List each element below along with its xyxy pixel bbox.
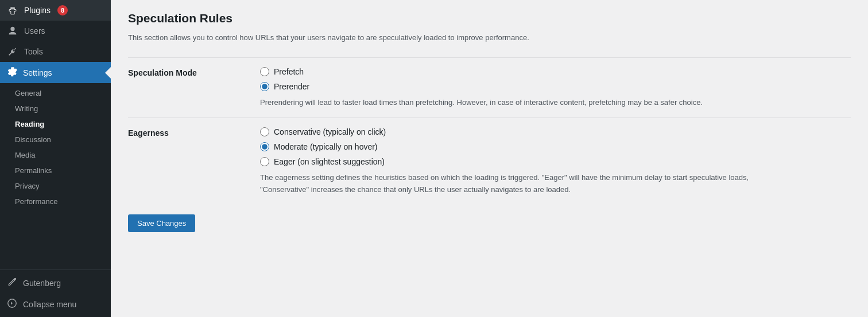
eager-label: Eager (on slightest suggestion) — [274, 157, 385, 166]
sidebar-item-tools-label: Tools — [24, 47, 43, 56]
eagerness-label: Eagerness — [128, 127, 260, 138]
prefetch-radio[interactable] — [260, 67, 269, 76]
sidebar-sub-discussion[interactable]: Discussion — [0, 132, 111, 147]
sidebar-item-plugins[interactable]: Plugins 8 — [0, 0, 111, 21]
sidebar: Plugins 8 Users Tools Settings General W… — [0, 0, 111, 317]
sidebar-bottom: Gutenberg Collapse menu — [0, 269, 111, 317]
sidebar-item-settings[interactable]: Settings — [0, 62, 111, 83]
sidebar-item-gutenberg-label: Gutenberg — [23, 279, 61, 288]
sidebar-sub-privacy[interactable]: Privacy — [0, 178, 111, 194]
user-icon — [7, 25, 18, 37]
sidebar-sub-reading[interactable]: Reading — [0, 116, 111, 132]
page-title: Speculation Rules — [128, 11, 851, 25]
conservative-option[interactable]: Conservative (typically on click) — [260, 127, 851, 136]
main-content: Speculation Rules This section allows yo… — [111, 0, 868, 317]
sidebar-item-plugins-label: Plugins — [24, 6, 51, 15]
sidebar-item-users-label: Users — [24, 26, 45, 36]
eager-option[interactable]: Eager (on slightest suggestion) — [260, 157, 851, 166]
tool-icon — [7, 46, 18, 57]
settings-icon — [7, 66, 17, 79]
eagerness-row: Eagerness Conservative (typically on cli… — [128, 118, 851, 205]
sidebar-sub-permalinks[interactable]: Permalinks — [0, 163, 111, 178]
speculation-mode-label: Speculation Mode — [128, 67, 260, 77]
prefetch-option[interactable]: Prefetch — [260, 67, 851, 76]
moderate-radio[interactable] — [260, 142, 269, 151]
page-description: This section allows you to control how U… — [128, 32, 851, 44]
collapse-icon — [7, 298, 17, 310]
sidebar-item-tools[interactable]: Tools — [0, 41, 111, 62]
settings-submenu: General Writing Reading Discussion Media… — [0, 83, 111, 212]
speculation-mode-help: Prerendering will lead to faster load ti… — [260, 97, 777, 109]
sidebar-sub-performance[interactable]: Performance — [0, 194, 111, 209]
sidebar-item-gutenberg[interactable]: Gutenberg — [0, 272, 111, 293]
plugin-icon — [7, 5, 18, 16]
speculation-mode-controls: Prefetch Prerender Prerendering will lea… — [260, 67, 851, 109]
moderate-label: Moderate (typically on hover) — [274, 142, 378, 151]
sidebar-item-users[interactable]: Users — [0, 21, 111, 41]
save-changes-button[interactable]: Save Changes — [128, 214, 195, 232]
sidebar-item-settings-label: Settings — [23, 68, 52, 77]
prerender-option[interactable]: Prerender — [260, 82, 851, 91]
sidebar-collapse-menu[interactable]: Collapse menu — [0, 293, 111, 315]
sidebar-sub-media[interactable]: Media — [0, 147, 111, 163]
prerender-label: Prerender — [274, 82, 309, 91]
eagerness-controls: Conservative (typically on click) Modera… — [260, 127, 851, 196]
prerender-radio[interactable] — [260, 82, 269, 91]
sidebar-collapse-label: Collapse menu — [23, 300, 76, 309]
sidebar-sub-writing[interactable]: Writing — [0, 101, 111, 116]
moderate-option[interactable]: Moderate (typically on hover) — [260, 142, 851, 151]
prefetch-label: Prefetch — [274, 67, 304, 76]
speculation-mode-row: Speculation Mode Prefetch Prerender Prer… — [128, 57, 851, 118]
conservative-radio[interactable] — [260, 127, 269, 136]
pen-icon — [7, 277, 17, 289]
eager-radio[interactable] — [260, 157, 269, 166]
conservative-label: Conservative (typically on click) — [274, 127, 386, 136]
eagerness-help: The eagerness setting defines the heuris… — [260, 172, 777, 196]
sidebar-sub-general[interactable]: General — [0, 85, 111, 101]
plugins-badge: 8 — [57, 5, 68, 15]
